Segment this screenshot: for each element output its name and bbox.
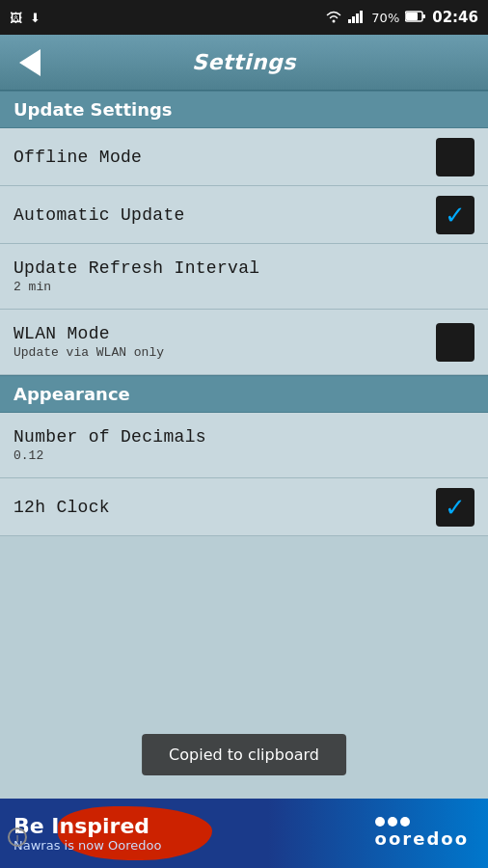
status-right: 70% 02:46 — [325, 9, 478, 26]
setting-row-refresh-interval[interactable]: Update Refresh Interval 2 min — [0, 244, 488, 310]
setting-text-12h-clock: 12h Clock — [14, 488, 110, 527]
section-header-appearance: Appearance — [0, 375, 488, 413]
status-icons: 🖼 ⬇ — [10, 11, 41, 25]
svg-rect-6 — [406, 13, 418, 20]
ad-brand: ooredoo — [375, 817, 469, 850]
section-header-update-settings: Update Settings — [0, 91, 488, 128]
checkmark-icon-clock: ✓ — [445, 495, 466, 520]
download-icon: ⬇ — [30, 11, 41, 25]
checkbox-12h-clock[interactable]: ✓ — [436, 488, 474, 527]
clipboard-toast: Copied to clipboard — [142, 734, 346, 775]
status-bar: 🖼 ⬇ 70% 02 — [0, 0, 488, 35]
setting-row-decimals[interactable]: Number of Decimals 0.12 — [0, 413, 488, 478]
checkbox-automatic-update[interactable]: ✓ — [436, 196, 474, 234]
svg-rect-7 — [422, 14, 425, 18]
setting-text-decimals: Number of Decimals 0.12 — [14, 418, 206, 473]
settings-list: Update Settings Offline Mode Automatic U… — [0, 91, 488, 536]
setting-row-automatic-update[interactable]: Automatic Update ✓ — [0, 186, 488, 244]
setting-row-offline-mode[interactable]: Offline Mode — [0, 128, 488, 186]
svg-rect-4 — [360, 11, 363, 23]
time: 02:46 — [432, 9, 478, 26]
checkbox-wlan-mode[interactable] — [436, 323, 474, 362]
setting-text-refresh-interval: Update Refresh Interval 2 min — [14, 249, 259, 304]
svg-rect-3 — [356, 14, 359, 23]
setting-row-wlan-mode[interactable]: WLAN Mode Update via WLAN only — [0, 310, 488, 375]
setting-text-automatic-update: Automatic Update — [14, 196, 185, 234]
ad-banner[interactable]: Be Inspired Nawras is now Ooredoo ooredo… — [0, 799, 488, 868]
back-arrow-icon — [19, 49, 41, 76]
content-area — [0, 536, 488, 692]
ad-dots — [375, 817, 469, 827]
svg-rect-1 — [348, 19, 351, 23]
dot2 — [388, 817, 397, 827]
battery-icon — [405, 11, 426, 25]
dot1 — [375, 817, 385, 827]
checkbox-offline-mode[interactable] — [436, 138, 474, 176]
svg-point-0 — [333, 19, 336, 22]
notification-icon: 🖼 — [10, 11, 22, 25]
setting-text-wlan-mode: WLAN Mode Update via WLAN only — [14, 314, 164, 369]
checkmark-icon: ✓ — [445, 203, 466, 228]
svg-rect-2 — [352, 16, 355, 23]
page-title: Settings — [48, 50, 440, 74]
dot3 — [400, 817, 410, 827]
battery-percentage: 70% — [371, 11, 399, 25]
back-button[interactable] — [12, 44, 48, 81]
setting-text-offline-mode: Offline Mode — [14, 138, 142, 176]
ad-text-block: Be Inspired Nawras is now Ooredoo — [14, 814, 161, 853]
info-icon[interactable]: i — [8, 827, 27, 847]
top-bar: Settings — [0, 35, 488, 91]
setting-row-12h-clock[interactable]: 12h Clock ✓ — [0, 478, 488, 536]
signal-icon — [348, 10, 366, 26]
wifi-icon — [325, 10, 342, 26]
